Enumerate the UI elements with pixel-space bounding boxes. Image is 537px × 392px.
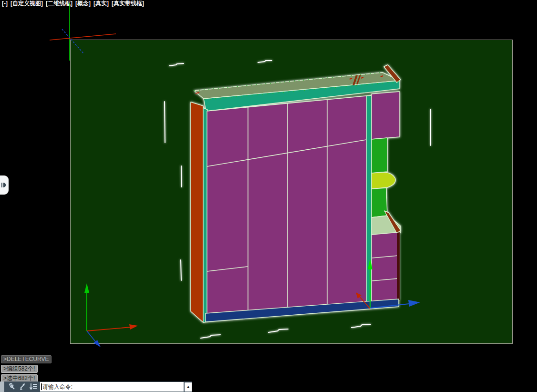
viewport-control-custom-view[interactable]: [自定义视图] (10, 0, 43, 7)
expand-panel-icon (1, 182, 7, 188)
viewport-control-2d-wireframe[interactable]: [二维线框] (46, 0, 72, 7)
application-window: [-] [自定义视图] [二维线框] [概念] [真实] [真实带线框] (0, 0, 537, 392)
viewport-control-menu[interactable]: [-] (2, 0, 8, 7)
command-history-entry: >编组582个! (1, 365, 38, 373)
command-history-entry: >DELETECURVE (1, 355, 52, 363)
text-cursor (41, 383, 42, 390)
viewport-3d[interactable] (70, 40, 513, 344)
resize-arrows-icon[interactable] (18, 383, 27, 391)
command-input[interactable]: 请输入命令: (40, 382, 184, 392)
wrench-icon[interactable] (8, 383, 16, 391)
scroll-up-button[interactable]: ▲ (185, 382, 192, 392)
command-bar: 请输入命令: ▲ (0, 382, 192, 392)
viewport-control-realistic[interactable]: [真实] (93, 0, 109, 7)
command-bar-grip[interactable] (0, 382, 4, 392)
command-input-placeholder: 请输入命令: (42, 383, 72, 391)
expand-panel-tab[interactable] (0, 175, 9, 195)
viewport-control-realistic-edges[interactable]: [真实带线框] (112, 0, 144, 7)
command-list-icon[interactable] (29, 383, 37, 391)
viewport-control-conceptual[interactable]: [概念] (75, 0, 91, 7)
viewport-controls: [-] [自定义视图] [二维线框] [概念] [真实] [真实带线框] (2, 0, 144, 7)
